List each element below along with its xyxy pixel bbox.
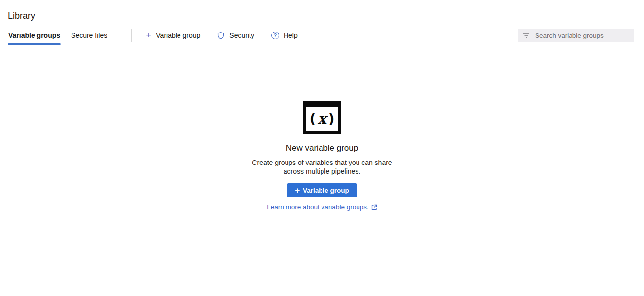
learn-more-link[interactable]: Learn more about variable groups. (267, 203, 377, 211)
header-border (0, 48, 644, 48)
help-icon-glyph: ? (274, 33, 277, 38)
empty-state-description: Create groups of variables that you can … (245, 159, 399, 176)
close-paren-glyph: ) (328, 112, 334, 125)
tab-secure-files[interactable]: Secure files (71, 25, 107, 46)
page-title: Library (8, 11, 636, 21)
tab-variable-groups[interactable]: Variable groups (8, 25, 61, 46)
variable-group-window-icon: ( x ) (303, 101, 341, 134)
help-icon: ? (271, 32, 279, 39)
plus-icon: + (295, 187, 300, 194)
add-variable-group-primary-button[interactable]: + Variable group (287, 183, 357, 197)
search-input[interactable] (535, 32, 629, 39)
tab-secure-files-label: Secure files (71, 32, 107, 39)
tab-bar: Variable groups Secure files (8, 25, 117, 46)
security-button[interactable]: Security (213, 29, 259, 43)
page-header: Library (0, 0, 644, 21)
add-variable-group-toolbar-button[interactable]: + Variable group (142, 29, 205, 42)
help-label: Help (284, 32, 298, 39)
filter-icon (523, 33, 530, 38)
tabs-and-toolbar: Variable groups Secure files + Variable … (0, 25, 644, 46)
variable-x-glyph: x (318, 111, 326, 126)
help-button[interactable]: ? Help (267, 29, 302, 42)
empty-state: ( x ) New variable group Create groups o… (0, 101, 644, 211)
search-box[interactable] (518, 29, 634, 42)
tab-variable-groups-label: Variable groups (8, 32, 60, 39)
window-content: ( x ) (306, 107, 338, 131)
external-link-icon (371, 204, 377, 210)
toolbar-divider (131, 29, 132, 42)
primary-button-label: Variable group (303, 187, 349, 194)
empty-state-title: New variable group (286, 143, 358, 153)
learn-more-link-label: Learn more about variable groups. (267, 203, 368, 211)
open-paren-glyph: ( (310, 112, 316, 125)
security-label: Security (229, 32, 254, 39)
shield-icon (217, 32, 225, 40)
plus-icon: + (146, 32, 151, 39)
add-variable-group-toolbar-label: Variable group (156, 32, 200, 39)
